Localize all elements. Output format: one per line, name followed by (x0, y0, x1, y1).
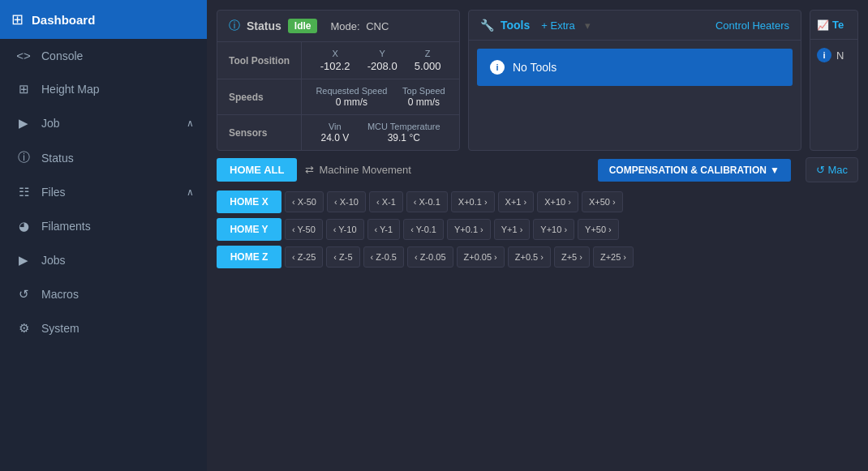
console-icon: <> (15, 49, 32, 62)
x-minus-50-button[interactable]: ‹ X-50 (285, 191, 324, 212)
sidebar-item-console[interactable]: <> Console (0, 39, 207, 72)
vin-value: 24.0 V (320, 132, 349, 143)
sidebar-item-jobs[interactable]: ▶ Jobs (0, 243, 207, 277)
y-minus-50-button[interactable]: ‹ Y-50 (285, 219, 323, 240)
sidebar-item-height-map[interactable]: ⊞ Height Map (0, 72, 207, 106)
sidebar-item-label: Job (41, 117, 60, 130)
home-all-button[interactable]: HOME ALL (217, 158, 297, 182)
z-plus-5-button[interactable]: Z+5 › (554, 246, 590, 268)
z-minus-25-button[interactable]: ‹ Z-25 (285, 246, 323, 268)
compensation-calibration-button[interactable]: COMPENSATION & CALIBRATION ▼ (598, 159, 791, 182)
tools-add-button[interactable]: + Extra (541, 19, 575, 32)
no-tools-text: No Tools (513, 61, 556, 74)
z-axis-row: HOME Z ‹ Z-25 ‹ Z-5 ‹ Z-0.5 ‹ Z-0.05 Z+0… (217, 246, 858, 268)
speeds-label: Speeds (217, 79, 301, 115)
tools-card: 🔧 Tools + Extra ▾ Control Heaters i No T… (468, 10, 801, 151)
y-plus-01-button[interactable]: Y+0.1 › (447, 219, 491, 240)
x-plus-01-button[interactable]: X+0.1 › (451, 191, 495, 212)
x-plus-50-button[interactable]: X+50 › (582, 191, 623, 212)
z-movement-buttons: ‹ Z-25 ‹ Z-5 ‹ Z-0.5 ‹ Z-0.05 Z+0.05 › Z… (285, 246, 634, 268)
y-plus-10-button[interactable]: Y+10 › (533, 219, 574, 240)
mcu-temp-sensor: MCU Temperature 39.1 °C (367, 122, 440, 143)
movement-arrows-icon: ⇄ (305, 164, 314, 176)
xyz-row: X -102.2 Y -208.0 Z 5.000 (312, 49, 449, 72)
status-card: ⓘ Status Idle Mode: CNC Tool Position X … (217, 10, 460, 151)
sidebar-item-files[interactable]: ☷ Files ∧ (0, 175, 207, 209)
sidebar-item-system[interactable]: ⚙ System (0, 311, 207, 345)
requested-speed-value: 0 mm/s (336, 96, 367, 108)
temp-title: 📈 Te (817, 19, 851, 31)
mcu-temp-label: MCU Temperature (367, 122, 440, 131)
mac-partial-card: ↺ Mac (806, 157, 858, 182)
status-info-icon: ⓘ (229, 19, 240, 33)
z-minus-5-button[interactable]: ‹ Z-5 (326, 246, 359, 268)
sidebar-item-label: Status (41, 152, 74, 165)
tools-divider: ▾ (585, 19, 591, 32)
x-plus-10-button[interactable]: X+10 › (537, 191, 578, 212)
y-axis-row: HOME Y ‹ Y-50 ‹ Y-10 ‹ Y-1 ‹ Y-0.1 Y+0.1… (217, 218, 858, 241)
tools-title: Tools (501, 19, 530, 32)
x-plus-1-button[interactable]: X+1 › (498, 191, 535, 212)
home-x-button[interactable]: HOME X (217, 191, 281, 213)
sensors-data: Vin 24.0 V MCU Temperature 39.1 °C (301, 115, 459, 150)
home-y-button[interactable]: HOME Y (217, 218, 281, 241)
mcu-temp-value: 39.1 °C (388, 132, 420, 143)
temp-body: i N (810, 40, 857, 71)
x-minus-10-button[interactable]: ‹ X-10 (327, 191, 366, 212)
vin-sensor: Vin 24.0 V (320, 122, 349, 143)
top-row: ⓘ Status Idle Mode: CNC Tool Position X … (207, 0, 868, 157)
tools-wrench-icon: 🔧 (480, 19, 494, 32)
tool-position-data: X -102.2 Y -208.0 Z 5.000 (301, 42, 459, 79)
sidebar-item-label: Jobs (41, 254, 66, 267)
filaments-icon: ◕ (15, 219, 32, 233)
speeds-row: Requested Speed 0 mm/s Top Speed 0 mm/s (312, 86, 449, 108)
movement-header: HOME ALL ⇄ Machine Movement COMPENSATION… (217, 157, 858, 182)
top-speed-label: Top Speed (402, 86, 445, 96)
movement-section: HOME ALL ⇄ Machine Movement COMPENSATION… (207, 157, 868, 471)
y-minus-01-button[interactable]: ‹ Y-0.1 (403, 219, 444, 240)
z-plus-25-button[interactable]: Z+25 › (593, 246, 634, 268)
status-grid: Tool Position X -102.2 Y -208.0 Z (217, 42, 459, 150)
sidebar-header: ⊞ Dashboard (0, 0, 207, 39)
sidebar-item-label: Console (41, 49, 83, 62)
temp-info-icon: i (817, 48, 831, 62)
z-plus-005-button[interactable]: Z+0.05 › (457, 246, 505, 268)
jobs-icon: ▶ (15, 253, 32, 268)
vin-label: Vin (320, 122, 349, 131)
x-value: -102.2 (320, 60, 350, 72)
control-heaters-button[interactable]: Control Heaters (715, 19, 789, 32)
y-minus-10-button[interactable]: ‹ Y-10 (326, 219, 364, 240)
temp-chart-icon: 📈 (817, 19, 829, 31)
y-plus-50-button[interactable]: Y+50 › (578, 219, 619, 240)
sidebar-item-filaments[interactable]: ◕ Filaments (0, 209, 207, 243)
top-speed: Top Speed 0 mm/s (402, 86, 445, 108)
mac-partial-icon: ↺ (816, 164, 825, 176)
x-label: X (320, 49, 350, 58)
z-minus-005-button[interactable]: ‹ Z-0.05 (407, 246, 453, 268)
status-badge: Idle (288, 19, 318, 33)
status-icon: ⓘ (15, 150, 32, 165)
x-minus-01-button[interactable]: ‹ X-0.1 (406, 191, 448, 212)
axis-rows: HOME X ‹ X-50 ‹ X-10 ‹ X-1 ‹ X-0.1 X+0.1… (217, 191, 858, 268)
x-axis: X -102.2 (320, 49, 350, 72)
sidebar-item-job[interactable]: ▶ Job ∧ (0, 106, 207, 140)
temp-card-header: 📈 Te (810, 11, 857, 40)
z-plus-05-button[interactable]: Z+0.5 › (508, 246, 551, 268)
chevron-down-icon: ▼ (770, 165, 780, 176)
x-minus-1-button[interactable]: ‹ X-1 (369, 191, 403, 212)
z-value: 5.000 (415, 60, 441, 72)
z-label: Z (415, 49, 441, 58)
height-map-icon: ⊞ (15, 82, 32, 96)
z-minus-05-button[interactable]: ‹ Z-0.5 (363, 246, 404, 268)
main-content: ⓘ Status Idle Mode: CNC Tool Position X … (207, 0, 868, 471)
sidebar: ⊞ Dashboard <> Console ⊞ Height Map ▶ Jo… (0, 0, 207, 471)
sidebar-item-label: Filaments (41, 220, 91, 233)
sidebar-item-status[interactable]: ⓘ Status (0, 140, 207, 175)
mode-label: Mode: CNC (330, 20, 389, 32)
sidebar-item-macros[interactable]: ↺ Macros (0, 277, 207, 311)
job-icon: ▶ (15, 116, 32, 131)
y-minus-1-button[interactable]: ‹ Y-1 (367, 219, 401, 240)
home-z-button[interactable]: HOME Z (217, 246, 281, 268)
y-plus-1-button[interactable]: Y+1 › (494, 219, 531, 240)
tools-card-header: 🔧 Tools + Extra ▾ Control Heaters (469, 11, 801, 41)
